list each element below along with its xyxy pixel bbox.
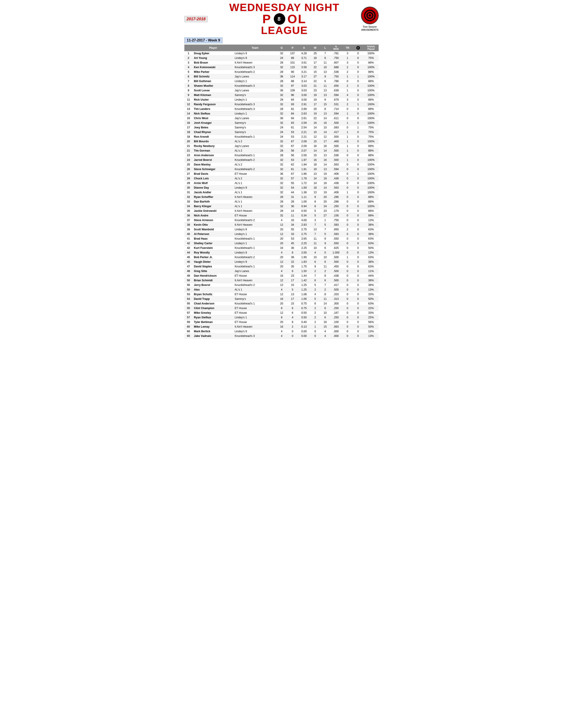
cell-stat: 2.91 [298, 102, 310, 107]
cell-player-name: Mark Berlick [192, 329, 233, 334]
cell-stat: 18 [321, 320, 330, 325]
cell-stat: 1.91 [298, 167, 310, 172]
cell-player-name: Bryan Schultz [192, 292, 233, 297]
cell-stat: 2.00 [298, 153, 310, 158]
cell-stat: 53 [287, 135, 298, 139]
cell-rank: 38 [184, 223, 192, 227]
cell-stat: 15 [310, 139, 321, 144]
cell-rank: 5 [184, 70, 192, 74]
cell-stat: 34 [287, 223, 298, 227]
cell-stat: 0 [353, 144, 364, 148]
cell-player-name: Bob Braun [192, 60, 233, 65]
cell-stat: 32 [276, 190, 287, 195]
cell-team-name: Knucklehead's 1 [234, 246, 276, 250]
cell-stat: 0 [353, 195, 364, 199]
cell-rank: 39 [184, 227, 192, 232]
cell-stat: 16 [321, 144, 330, 148]
cell-stat: 24 [276, 125, 287, 130]
cell-stat: 1 [353, 172, 364, 176]
cell-stat: 2 [310, 320, 321, 325]
cell-stat: 0 [353, 301, 364, 306]
cell-stat: 96 [287, 93, 298, 98]
cell-team-name: AL's 2 [234, 176, 276, 181]
cell-player-name: Greg Sitte [192, 269, 233, 274]
cell-stat: 11 [321, 84, 330, 88]
cell-player-name: Jackie Ostrowski [192, 209, 233, 213]
cell-stat: .625 [330, 246, 342, 250]
cell-stat: 6 [310, 301, 321, 306]
cell-stat: 84 [287, 111, 298, 116]
cell-stat: 90 [287, 70, 298, 74]
cell-player-name: Aron Anderson [192, 153, 233, 158]
cell-stat: 2.59 [298, 121, 310, 125]
table-row: 55Clint ChampionET House860.7526.2500022… [184, 306, 379, 311]
table-row: 24Jarred BoerstKnucklehead's 232631.9716… [184, 158, 379, 162]
cell-stat: 0 [342, 199, 353, 204]
cell-stat: 28 [287, 199, 298, 204]
table-row: 1Doug EpkerLindey's 9321374.28257.781301… [184, 51, 379, 56]
cell-player-name: Rick Uszler [192, 98, 233, 102]
cell-stat: .438 [330, 274, 342, 278]
cell-player-name: Alex [192, 287, 233, 292]
cell-stat: 3 [342, 98, 353, 102]
cell-stat: 17 [310, 102, 321, 107]
cell-stat: 0 [342, 283, 353, 287]
cell-stat: 88% [364, 70, 379, 74]
cell-stat: .656 [330, 84, 342, 88]
table-row: 21Rocky NewburyJay's Lanes32672.091616.5… [184, 144, 379, 148]
cell-stat: 0 [342, 107, 353, 111]
cell-player-name: Shawn Mueller [192, 84, 233, 88]
cell-stat: 11 [321, 60, 330, 65]
cell-team-name: Lindey's 1 [234, 315, 276, 320]
cell-stat: 56% [364, 320, 379, 325]
cell-team-name: Knucklehead's 3 [234, 84, 276, 88]
cell-stat: 0 [342, 241, 353, 246]
cell-stat: 0 [342, 232, 353, 236]
cell-stat: 9 [310, 264, 321, 269]
cell-stat: 2 [321, 287, 330, 292]
cell-stat: 2.61 [298, 116, 310, 121]
cell-stat: 2 [310, 311, 321, 315]
cell-stat: 0 [342, 260, 353, 264]
cell-stat: 0 [353, 84, 364, 88]
cell-stat: 0 [353, 292, 364, 297]
cell-stat: 0 [342, 278, 353, 283]
cell-stat: 109 [287, 88, 298, 93]
col-player: Player [192, 45, 233, 51]
cell-stat: 3.00 [298, 93, 310, 98]
cell-rank: 21 [184, 144, 192, 148]
cell-team-name: Lindey's 9 [234, 260, 276, 264]
cell-stat: 0 [287, 334, 298, 338]
cell-stat: 63% [364, 264, 379, 269]
cell-stat: 0.13 [298, 325, 310, 329]
cell-team-name: It Ain't Heaven [234, 209, 276, 213]
cell-stat: 0 [342, 269, 353, 274]
cell-stat: 0 [342, 79, 353, 84]
cell-stat: 32 [276, 181, 287, 186]
cell-stat: 0 [353, 190, 364, 195]
cell-player-name: Rocky Newbury [192, 144, 233, 148]
table-row: 57Ryan SiefkasLindey's 1840.5026.2500025… [184, 315, 379, 320]
cell-stat: 10 [321, 65, 330, 70]
cell-stat: 0 [353, 107, 364, 111]
cell-stat: 2.00 [298, 250, 310, 255]
cell-stat: 97 [287, 84, 298, 88]
cell-rank: 34 [184, 204, 192, 209]
cell-stat: 8 [321, 107, 330, 111]
cell-stat: 22 [310, 79, 321, 84]
cell-stat: 101 [287, 60, 298, 65]
cell-team-name: Knucklehead's 1 [234, 301, 276, 306]
cell-stat: 10 [321, 255, 330, 260]
cell-player-name: Brad Haas [192, 236, 233, 241]
cell-stat: 0 [353, 51, 364, 56]
cell-team-name: It Ain't Heaven [234, 195, 276, 199]
cell-stat: 89% [364, 144, 379, 148]
cell-stat: 0 [342, 311, 353, 315]
cell-stat: 0 [353, 264, 364, 269]
cell-stat: 0 [342, 153, 353, 158]
cell-stat: 15 [321, 102, 330, 107]
cell-stat: 63% [364, 227, 379, 232]
cell-stat: 3.03 [298, 84, 310, 88]
cell-stat: 10 [321, 125, 330, 130]
cell-stat: 1.000 [330, 250, 342, 255]
